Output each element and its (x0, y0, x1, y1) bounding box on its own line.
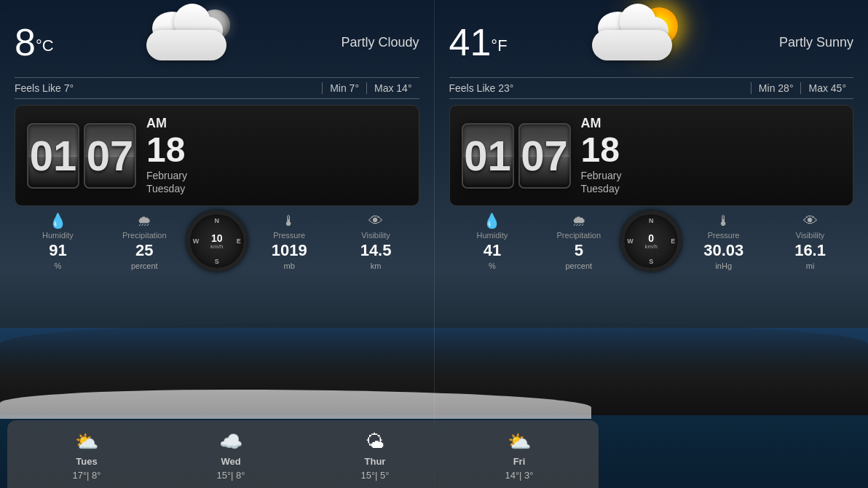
main-container: 8°C Partly Cloudy Feels Like 7° (0, 0, 868, 488)
forecast-item-tues: ⛅ Tues 17°| 8° (72, 430, 100, 481)
left-clock: 01 07 AM 18 February Tuesday (15, 105, 419, 206)
left-compass: N S E W 10 km/h (188, 212, 246, 270)
left-day: Tuesday (146, 182, 187, 195)
right-clock-info: AM 18 February Tuesday (581, 116, 622, 195)
right-date-text: February Tuesday (581, 169, 622, 195)
forecast-day-0: Tues (76, 456, 97, 467)
right-humidity-icon: 💧 (483, 212, 501, 229)
left-temp-unit: °C (36, 36, 54, 55)
left-minmax: Min 7° Max 14° (322, 82, 419, 94)
left-clock-info: AM 18 February Tuesday (146, 116, 187, 195)
forecast-bar: ⛅ Tues 17°| 8° ☁️ Wed 15°| 8° 🌤 Thur 15°… (7, 420, 599, 488)
right-compass-west: W (627, 237, 634, 245)
left-precipitation: 🌧 Precipitation 25 percent (101, 213, 188, 270)
right-compass-east: E (671, 237, 675, 245)
right-hour-digit: 01 (462, 123, 514, 189)
left-humidity: 💧 Humidity 91 % (15, 212, 101, 270)
right-visibility-label: Visibility (796, 231, 825, 240)
left-weather-icon-area (139, 13, 256, 71)
compass-east: E (237, 237, 241, 245)
right-cloud-icon (585, 13, 679, 60)
forecast-icon-0: ⛅ (75, 430, 98, 453)
left-visibility-value: 14.5 (360, 241, 392, 260)
right-compass-north: N (649, 217, 654, 224)
right-pressure-label: Pressure (708, 231, 740, 240)
precipitation-icon: 🌧 (137, 213, 151, 229)
forecast-item-fri: ⛅ Fri 14°| 3° (505, 430, 533, 481)
right-pressure-icon: 🌡 (717, 213, 731, 229)
left-visibility: 👁 Visibility 14.5 km (333, 213, 419, 270)
left-visibility-label: Visibility (361, 231, 390, 240)
right-pressure: 🌡 Pressure 30.03 inHg (680, 213, 767, 270)
forecast-temps-3: 14°| 3° (505, 470, 533, 481)
compass-west: W (193, 237, 200, 245)
left-cloud-icon (139, 13, 234, 60)
right-visibility-unit: mi (806, 261, 815, 270)
forecast-icon-2: 🌤 (366, 430, 384, 453)
forecast-temps-0: 17°| 8° (72, 470, 100, 481)
forecast-item-thur: 🌤 Thur 15°| 5° (360, 430, 389, 481)
right-day: Tuesday (581, 182, 622, 195)
right-cloud-body (592, 30, 672, 60)
left-minute-digit: 07 (84, 123, 136, 189)
humidity-icon: 💧 (49, 212, 67, 229)
right-month: February (581, 169, 622, 182)
right-stats-row: 💧 Humidity 41 % 🌧 Precipitation 5 percen… (449, 212, 854, 270)
left-month: February (146, 169, 187, 182)
right-feels-like: Feels Like 23° (449, 82, 514, 94)
right-condition-text: Partly Sunny (779, 35, 853, 50)
forecast-icon-3: ⛅ (508, 430, 531, 453)
right-temp-display: 41°F (449, 23, 508, 61)
compass-north: N (215, 217, 220, 224)
forecast-temps-1: 15°| 8° (216, 470, 245, 481)
right-visibility: 👁 Visibility 16.1 mi (767, 213, 853, 270)
forecast-item-wed: ☁️ Wed 15°| 8° (216, 430, 245, 481)
right-weather-icon-area (585, 13, 701, 71)
left-precip-unit: percent (131, 261, 158, 270)
right-min: Min 28° (751, 82, 801, 94)
forecast-day-1: Wed (221, 456, 240, 467)
right-clock-digits: 01 07 (462, 123, 571, 189)
forecast-day-2: Thur (365, 456, 386, 467)
right-precip-value: 5 (575, 241, 583, 260)
forecast-day-3: Fri (513, 456, 526, 467)
left-date-text: February Tuesday (146, 169, 187, 195)
left-max: Max 14° (366, 82, 419, 94)
right-temp-unit: °F (491, 36, 507, 55)
left-condition: Partly Cloudy (341, 35, 419, 50)
left-precip-label: Precipitation (122, 231, 167, 240)
right-ampm: AM (581, 116, 622, 131)
right-condition: Partly Sunny (779, 35, 853, 50)
left-precip-value: 25 (135, 241, 153, 260)
right-visibility-value: 16.1 (794, 241, 826, 260)
left-pressure-label: Pressure (273, 231, 305, 240)
right-humidity-label: Humidity (477, 231, 508, 240)
right-weather-sub: Feels Like 23° Min 28° Max 45° (449, 77, 854, 99)
right-panel: 41°F Partly Sunny Feels Like 23° (434, 0, 869, 488)
left-ampm: AM (146, 116, 187, 131)
right-humidity-unit: % (489, 261, 496, 270)
right-precip-unit: percent (565, 261, 592, 270)
right-max: Max 45° (800, 82, 853, 94)
left-hour-digit: 01 (27, 123, 79, 189)
left-pressure-value: 1019 (272, 241, 307, 260)
left-weather-top: 8°C Partly Cloudy (15, 13, 419, 71)
cloud-body (146, 30, 226, 60)
pressure-icon: 🌡 (282, 213, 296, 229)
right-pressure-unit: inHg (715, 261, 732, 270)
right-clock: 01 07 AM 18 February Tuesday (449, 105, 854, 206)
left-humidity-value: 91 (49, 241, 66, 260)
right-precipitation-icon: 🌧 (572, 213, 586, 229)
right-compass-south: S (649, 258, 653, 265)
left-clock-digits: 01 07 (27, 123, 136, 189)
right-weather-top: 41°F Partly Sunny (449, 13, 854, 71)
left-temp-display: 8°C (15, 23, 54, 61)
right-precip-label: Precipitation (557, 231, 601, 240)
right-temperature: 41 (449, 21, 492, 63)
left-humidity-label: Humidity (42, 231, 74, 240)
right-date-num: 18 (581, 133, 622, 168)
right-humidity-value: 41 (484, 241, 501, 260)
left-pressure: 🌡 Pressure 1019 mb (246, 213, 333, 270)
left-temperature: 8 (15, 21, 36, 63)
left-humidity-unit: % (55, 261, 62, 270)
